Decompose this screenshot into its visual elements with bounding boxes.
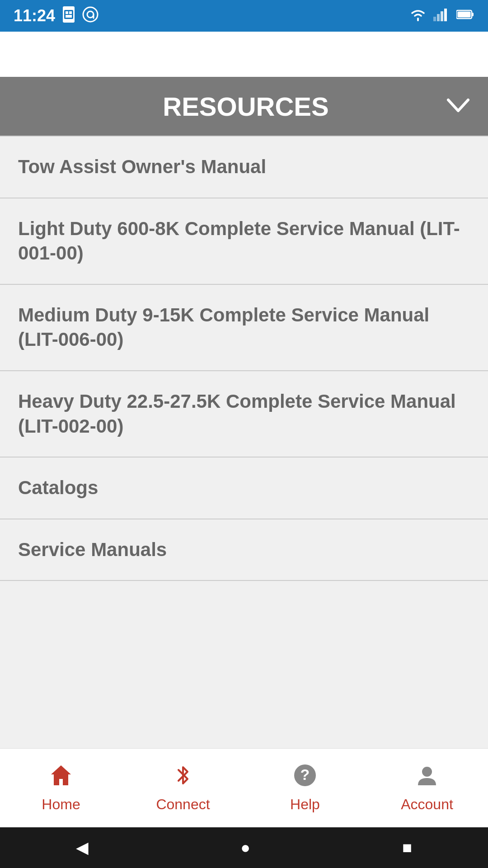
svg-rect-11 (444, 9, 447, 21)
status-bar-right (409, 8, 474, 24)
wifi-icon (409, 8, 427, 24)
svg-rect-4 (66, 15, 72, 18)
svg-point-5 (83, 7, 98, 22)
resources-header[interactable]: RESOURCES (0, 77, 488, 136)
nav-label-home: Home (42, 796, 80, 813)
list-item[interactable]: Heavy Duty 22.5-27.5K Complete Service M… (0, 371, 488, 458)
bottom-nav: Home Connect ? Help Account (0, 748, 488, 827)
resources-title: RESOURCES (45, 91, 446, 122)
svg-rect-13 (472, 13, 474, 16)
android-nav-bar: ◀ ● ■ (0, 827, 488, 868)
list-item-text: Medium Duty 9-15K Complete Service Manua… (18, 303, 470, 352)
status-time: 11:24 (14, 6, 55, 25)
list-item[interactable]: Medium Duty 9-15K Complete Service Manua… (0, 285, 488, 371)
svg-rect-3 (69, 11, 72, 14)
status-bar: 11:24 (0, 0, 488, 32)
list-item[interactable]: Tow Assist Owner's Manual (0, 136, 488, 198)
back-button[interactable]: ◀ (76, 838, 89, 857)
resource-list: Tow Assist Owner's Manual Light Duty 600… (0, 136, 488, 748)
list-item-text: Service Manuals (18, 538, 167, 562)
svg-point-6 (87, 11, 94, 18)
bluetooth-icon (174, 764, 192, 793)
nav-item-account[interactable]: Account (366, 757, 488, 820)
list-item-text: Catalogs (18, 476, 98, 500)
list-item-text: Heavy Duty 22.5-27.5K Complete Service M… (18, 389, 470, 439)
svg-rect-10 (441, 11, 443, 21)
nav-label-help: Help (290, 796, 320, 813)
list-item[interactable]: Service Manuals (0, 519, 488, 581)
svg-rect-14 (458, 12, 471, 18)
list-item[interactable]: Light Duty 600-8K Complete Service Manua… (0, 198, 488, 285)
signal-icon (433, 8, 450, 24)
nav-label-account: Account (401, 796, 453, 813)
home-icon (49, 764, 73, 793)
list-item[interactable]: Catalogs (0, 458, 488, 519)
svg-rect-9 (437, 14, 440, 21)
nav-item-home[interactable]: Home (0, 757, 122, 820)
svg-rect-2 (66, 11, 68, 14)
status-bar-left: 11:24 (14, 6, 99, 26)
account-icon (415, 764, 439, 793)
nav-label-connect: Connect (156, 796, 210, 813)
svg-point-17 (422, 767, 432, 777)
list-item-text: Light Duty 600-8K Complete Service Manua… (18, 217, 470, 266)
help-icon: ? (293, 764, 317, 793)
at-icon (82, 6, 99, 26)
svg-text:?: ? (300, 766, 310, 783)
chevron-down-icon (446, 93, 470, 120)
svg-rect-8 (433, 17, 436, 21)
battery-icon (456, 9, 474, 23)
home-button[interactable]: ● (240, 838, 250, 857)
list-item-text: Tow Assist Owner's Manual (18, 155, 266, 179)
recent-button[interactable]: ■ (402, 838, 412, 857)
nav-item-help[interactable]: ? Help (244, 757, 366, 820)
header-gap (0, 32, 488, 77)
nav-item-connect[interactable]: Connect (122, 757, 244, 820)
sim-icon (62, 6, 75, 26)
